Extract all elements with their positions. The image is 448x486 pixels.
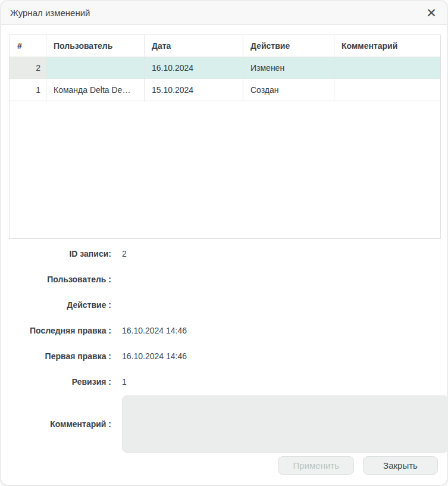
field-label: Пользователь :: [1, 275, 111, 284]
field-first-edit: Первая правка : 16.10.2024 14:46: [1, 343, 447, 369]
column-header-comment[interactable]: Комментарий: [334, 35, 440, 57]
cell-date: 16.10.2024: [145, 57, 243, 79]
table-row[interactable]: 2 16.10.2024 Изменен: [10, 57, 440, 79]
field-value: 16.10.2024 14:46: [122, 351, 187, 361]
column-header-action[interactable]: Действие: [243, 35, 334, 57]
cell-comment: [334, 57, 440, 79]
dialog-titlebar: Журнал изменений ✕: [1, 1, 447, 25]
field-record-id: ID записи: 2: [1, 241, 447, 266]
field-last-edit: Последняя правка : 16.10.2024 14:46: [1, 317, 447, 343]
table-row[interactable]: 1 Команда Delta De… 15.10.2024 Создан: [10, 79, 440, 101]
cell-num: 1: [10, 79, 46, 101]
field-user: Пользователь :: [1, 266, 447, 292]
field-label: ID записи:: [1, 249, 111, 258]
field-label: Действие :: [1, 300, 111, 310]
comment-label: Комментарий :: [1, 419, 111, 429]
close-dialog-button[interactable]: ✕: [423, 5, 440, 21]
dialog-footer: Применить Закрыть: [278, 456, 438, 475]
close-button[interactable]: Закрыть: [363, 456, 438, 475]
apply-button[interactable]: Применить: [278, 456, 354, 475]
field-label: Первая правка :: [1, 351, 111, 361]
column-header-date[interactable]: Дата: [145, 35, 243, 57]
cell-action: Изменен: [243, 57, 334, 79]
field-value: 16.10.2024 14:46: [122, 326, 187, 335]
record-details: ID записи: 2 Пользователь : Действие : П…: [1, 241, 447, 453]
field-value: 2: [122, 249, 127, 258]
field-revision: Ревизия : 1: [1, 369, 447, 394]
comment-textarea[interactable]: [122, 395, 447, 453]
cell-user: Команда Delta De…: [46, 79, 145, 101]
cell-user: [46, 57, 145, 79]
changelog-dialog: Журнал изменений ✕ # Пользователь Дата Д…: [1, 1, 447, 485]
cell-num: 2: [10, 57, 46, 79]
field-value: 1: [122, 377, 127, 387]
dialog-title: Журнал изменений: [10, 8, 90, 18]
column-header-num[interactable]: #: [10, 35, 46, 57]
field-comment: Комментарий :: [1, 395, 447, 453]
changelog-table: # Пользователь Дата Действие Комментарий…: [9, 35, 441, 239]
close-icon: ✕: [426, 6, 437, 20]
field-label: Последняя правка :: [1, 326, 111, 335]
field-label: Ревизия :: [1, 377, 111, 387]
cell-action: Создан: [243, 79, 334, 101]
cell-date: 15.10.2024: [145, 79, 243, 101]
cell-comment: [334, 79, 440, 101]
column-header-user[interactable]: Пользователь: [46, 35, 145, 57]
table-header-row: # Пользователь Дата Действие Комментарий: [10, 35, 440, 57]
field-action: Действие :: [1, 292, 447, 317]
